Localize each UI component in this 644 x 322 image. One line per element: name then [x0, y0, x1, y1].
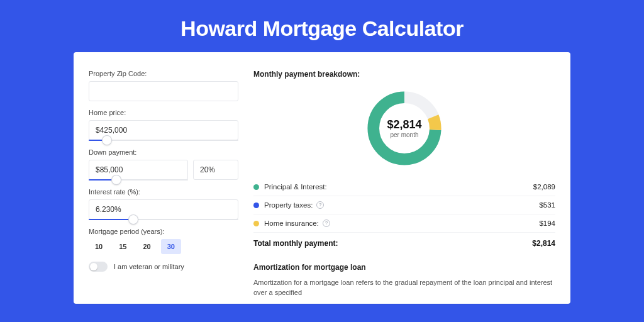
veteran-label: I am veteran or military	[114, 263, 184, 270]
dot-insurance	[253, 221, 259, 226]
veteran-row: I am veteran or military	[89, 262, 238, 272]
zip-field: Property Zip Code:	[89, 70, 238, 101]
breakdown-list: Principal & Interest: $2,089 Property ta…	[253, 178, 555, 257]
row-principal-label: Principal & Interest:	[264, 183, 533, 191]
row-insurance-value: $194	[539, 219, 555, 227]
row-insurance: Home insurance: ? $194	[253, 214, 555, 233]
interest-label: Interest rate (%):	[89, 188, 238, 196]
calculator-card: Property Zip Code: Home price: Down paym…	[74, 52, 570, 304]
interest-input[interactable]	[89, 199, 238, 219]
row-taxes: Property taxes: ? $531	[253, 196, 555, 214]
down-payment-field: Down payment:	[89, 148, 238, 180]
donut-center-value: $2,814	[387, 118, 421, 131]
zip-label: Property Zip Code:	[89, 70, 238, 77]
donut-center: $2,814 per month	[387, 118, 421, 138]
results-panel: Monthly payment breakdown: $2,814 per mo…	[253, 70, 555, 304]
down-payment-slider[interactable]	[89, 179, 188, 180]
amortization-body: Amortization for a mortgage loan refers …	[253, 278, 555, 298]
total-value: $2,814	[532, 239, 555, 248]
home-price-slider-thumb[interactable]	[103, 136, 111, 145]
down-payment-label: Down payment:	[89, 148, 238, 156]
form-panel: Property Zip Code: Home price: Down paym…	[89, 70, 238, 304]
breakdown-title: Monthly payment breakdown:	[253, 70, 555, 79]
period-10[interactable]: 10	[89, 239, 109, 254]
info-icon[interactable]: ?	[316, 201, 324, 209]
period-field: Mortgage period (years): 10 15 20 30	[89, 228, 238, 254]
dot-principal	[253, 184, 259, 190]
period-20[interactable]: 20	[137, 239, 157, 254]
donut-center-sub: per month	[387, 131, 421, 138]
period-15[interactable]: 15	[113, 239, 133, 254]
down-payment-percent-input[interactable]	[193, 160, 238, 180]
interest-slider[interactable]	[89, 219, 238, 220]
interest-field: Interest rate (%):	[89, 188, 238, 220]
period-options: 10 15 20 30	[89, 239, 238, 254]
down-payment-slider-thumb[interactable]	[112, 175, 121, 184]
zip-input[interactable]	[89, 81, 238, 101]
amortization-section: Amortization for mortgage loan Amortizat…	[253, 263, 555, 298]
page-title: Howard Mortgage Calculator	[0, 16, 644, 41]
interest-slider-thumb[interactable]	[129, 215, 138, 224]
row-total: Total monthly payment: $2,814	[253, 233, 555, 257]
total-label: Total monthly payment:	[253, 239, 532, 248]
interest-slider-fill	[89, 219, 133, 220]
info-icon[interactable]: ?	[323, 219, 330, 227]
row-taxes-value: $531	[539, 201, 555, 209]
home-price-slider[interactable]	[89, 140, 238, 141]
veteran-toggle[interactable]	[89, 262, 108, 272]
donut-chart: $2,814 per month	[253, 87, 555, 169]
home-price-field: Home price:	[89, 109, 238, 141]
home-price-input[interactable]	[89, 120, 238, 140]
home-price-label: Home price:	[89, 109, 238, 116]
period-30[interactable]: 30	[161, 239, 181, 254]
row-taxes-label: Property taxes: ?	[264, 201, 539, 209]
dot-taxes	[253, 203, 259, 208]
row-principal: Principal & Interest: $2,089	[253, 178, 555, 196]
page-header: Howard Mortgage Calculator	[0, 0, 644, 52]
down-payment-amount-input[interactable]	[89, 160, 188, 180]
amortization-title: Amortization for mortgage loan	[253, 263, 555, 272]
row-insurance-label: Home insurance: ?	[264, 219, 539, 227]
period-label: Mortgage period (years):	[89, 228, 238, 235]
row-principal-value: $2,089	[533, 183, 555, 191]
